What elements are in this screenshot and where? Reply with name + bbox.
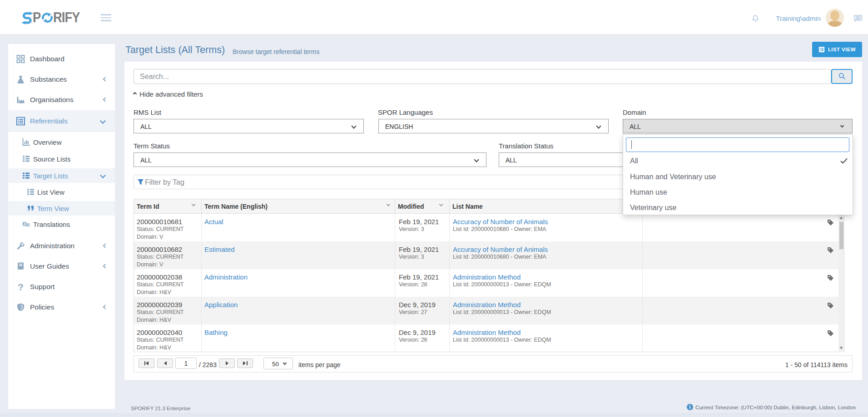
svg-text:Z: Z	[27, 223, 29, 226]
svg-text:A: A	[23, 222, 25, 226]
